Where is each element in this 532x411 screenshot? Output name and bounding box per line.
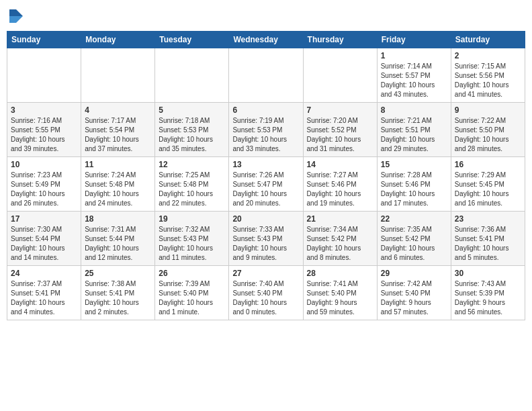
day-info: Sunrise: 7:19 AM Sunset: 5:53 PM Dayligh… xyxy=(232,116,299,154)
day-number: 17 xyxy=(11,214,77,224)
day-number: 20 xyxy=(232,214,299,224)
day-info: Sunrise: 7:42 AM Sunset: 5:40 PM Dayligh… xyxy=(381,279,447,317)
day-info: Sunrise: 7:25 AM Sunset: 5:48 PM Dayligh… xyxy=(159,171,225,208)
calendar-cell: 12Sunrise: 7:25 AM Sunset: 5:48 PM Dayli… xyxy=(155,157,229,212)
calendar-cell: 16Sunrise: 7:29 AM Sunset: 5:45 PM Dayli… xyxy=(451,157,525,212)
day-info: Sunrise: 7:16 AM Sunset: 5:55 PM Dayligh… xyxy=(11,116,77,154)
calendar-cell xyxy=(155,48,229,103)
day-number: 29 xyxy=(381,269,447,278)
week-row-5: 24Sunrise: 7:37 AM Sunset: 5:41 PM Dayli… xyxy=(7,266,525,320)
day-info: Sunrise: 7:24 AM Sunset: 5:48 PM Dayligh… xyxy=(85,171,151,208)
day-info: Sunrise: 7:32 AM Sunset: 5:43 PM Dayligh… xyxy=(159,225,225,263)
weekday-header-friday: Friday xyxy=(377,32,451,48)
day-info: Sunrise: 7:26 AM Sunset: 5:47 PM Dayligh… xyxy=(232,171,299,208)
day-number: 4 xyxy=(85,105,151,115)
day-number: 12 xyxy=(159,160,225,169)
day-info: Sunrise: 7:35 AM Sunset: 5:42 PM Dayligh… xyxy=(381,225,447,263)
calendar-cell xyxy=(7,48,81,103)
day-number: 13 xyxy=(232,160,299,169)
svg-rect-3 xyxy=(9,16,16,23)
day-info: Sunrise: 7:38 AM Sunset: 5:41 PM Dayligh… xyxy=(85,279,151,317)
calendar-cell: 4Sunrise: 7:17 AM Sunset: 5:54 PM Daylig… xyxy=(81,103,155,157)
calendar-cell: 28Sunrise: 7:41 AM Sunset: 5:40 PM Dayli… xyxy=(303,266,377,320)
page-header xyxy=(7,7,525,26)
day-number: 21 xyxy=(307,214,373,224)
day-info: Sunrise: 7:21 AM Sunset: 5:51 PM Dayligh… xyxy=(381,116,447,154)
calendar-cell: 20Sunrise: 7:33 AM Sunset: 5:43 PM Dayli… xyxy=(229,212,303,266)
calendar-cell: 13Sunrise: 7:26 AM Sunset: 5:47 PM Dayli… xyxy=(229,157,303,212)
calendar-cell: 18Sunrise: 7:31 AM Sunset: 5:44 PM Dayli… xyxy=(81,212,155,266)
week-row-3: 10Sunrise: 7:23 AM Sunset: 5:49 PM Dayli… xyxy=(7,157,525,212)
svg-rect-2 xyxy=(9,9,16,16)
day-info: Sunrise: 7:34 AM Sunset: 5:42 PM Dayligh… xyxy=(307,225,373,263)
calendar-cell: 29Sunrise: 7:42 AM Sunset: 5:40 PM Dayli… xyxy=(377,266,451,320)
day-number: 24 xyxy=(11,269,77,278)
calendar-cell: 15Sunrise: 7:28 AM Sunset: 5:46 PM Dayli… xyxy=(377,157,451,212)
svg-marker-0 xyxy=(16,9,23,16)
calendar-cell xyxy=(303,48,377,103)
day-number: 30 xyxy=(455,269,521,278)
calendar-cell: 26Sunrise: 7:39 AM Sunset: 5:40 PM Dayli… xyxy=(155,266,229,320)
calendar-cell: 10Sunrise: 7:23 AM Sunset: 5:49 PM Dayli… xyxy=(7,157,81,212)
day-info: Sunrise: 7:37 AM Sunset: 5:41 PM Dayligh… xyxy=(11,279,77,317)
calendar-cell xyxy=(81,48,155,103)
day-info: Sunrise: 7:23 AM Sunset: 5:49 PM Dayligh… xyxy=(11,171,77,208)
day-info: Sunrise: 7:36 AM Sunset: 5:41 PM Dayligh… xyxy=(455,225,521,263)
weekday-header-saturday: Saturday xyxy=(451,32,525,48)
day-number: 8 xyxy=(381,105,447,115)
day-info: Sunrise: 7:14 AM Sunset: 5:57 PM Dayligh… xyxy=(381,62,447,99)
calendar-cell: 11Sunrise: 7:24 AM Sunset: 5:48 PM Dayli… xyxy=(81,157,155,212)
day-number: 23 xyxy=(455,214,521,224)
calendar-cell: 7Sunrise: 7:20 AM Sunset: 5:52 PM Daylig… xyxy=(303,103,377,157)
calendar-cell: 23Sunrise: 7:36 AM Sunset: 5:41 PM Dayli… xyxy=(451,212,525,266)
day-info: Sunrise: 7:40 AM Sunset: 5:40 PM Dayligh… xyxy=(232,279,299,317)
day-info: Sunrise: 7:43 AM Sunset: 5:39 PM Dayligh… xyxy=(455,279,521,317)
day-info: Sunrise: 7:30 AM Sunset: 5:44 PM Dayligh… xyxy=(11,225,77,263)
day-number: 3 xyxy=(11,105,77,115)
calendar-cell: 30Sunrise: 7:43 AM Sunset: 5:39 PM Dayli… xyxy=(451,266,525,320)
day-number: 11 xyxy=(85,160,151,169)
calendar-cell: 25Sunrise: 7:38 AM Sunset: 5:41 PM Dayli… xyxy=(81,266,155,320)
day-info: Sunrise: 7:15 AM Sunset: 5:56 PM Dayligh… xyxy=(455,62,521,99)
calendar-cell: 8Sunrise: 7:21 AM Sunset: 5:51 PM Daylig… xyxy=(377,103,451,157)
day-number: 7 xyxy=(307,105,373,115)
calendar-cell: 27Sunrise: 7:40 AM Sunset: 5:40 PM Dayli… xyxy=(229,266,303,320)
day-number: 25 xyxy=(85,269,151,278)
day-number: 9 xyxy=(455,105,521,115)
svg-marker-1 xyxy=(16,16,23,23)
weekday-header-sunday: Sunday xyxy=(7,32,81,48)
calendar-cell: 24Sunrise: 7:37 AM Sunset: 5:41 PM Dayli… xyxy=(7,266,81,320)
day-info: Sunrise: 7:41 AM Sunset: 5:40 PM Dayligh… xyxy=(307,279,373,317)
day-info: Sunrise: 7:22 AM Sunset: 5:50 PM Dayligh… xyxy=(455,116,521,154)
calendar-cell: 1Sunrise: 7:14 AM Sunset: 5:57 PM Daylig… xyxy=(377,48,451,103)
calendar-cell: 2Sunrise: 7:15 AM Sunset: 5:56 PM Daylig… xyxy=(451,48,525,103)
day-info: Sunrise: 7:39 AM Sunset: 5:40 PM Dayligh… xyxy=(159,279,225,317)
day-number: 10 xyxy=(11,160,77,169)
day-number: 16 xyxy=(455,160,521,169)
calendar-cell: 9Sunrise: 7:22 AM Sunset: 5:50 PM Daylig… xyxy=(451,103,525,157)
day-number: 5 xyxy=(159,105,225,115)
day-number: 22 xyxy=(381,214,447,224)
calendar-cell: 17Sunrise: 7:30 AM Sunset: 5:44 PM Dayli… xyxy=(7,212,81,266)
day-info: Sunrise: 7:33 AM Sunset: 5:43 PM Dayligh… xyxy=(232,225,299,263)
calendar-cell: 3Sunrise: 7:16 AM Sunset: 5:55 PM Daylig… xyxy=(7,103,81,157)
day-number: 15 xyxy=(381,160,447,169)
weekday-header-thursday: Thursday xyxy=(303,32,377,48)
week-row-4: 17Sunrise: 7:30 AM Sunset: 5:44 PM Dayli… xyxy=(7,212,525,266)
day-info: Sunrise: 7:20 AM Sunset: 5:52 PM Dayligh… xyxy=(307,116,373,154)
day-number: 27 xyxy=(232,269,299,278)
calendar-cell: 21Sunrise: 7:34 AM Sunset: 5:42 PM Dayli… xyxy=(303,212,377,266)
day-number: 28 xyxy=(307,269,373,278)
day-number: 19 xyxy=(159,214,225,224)
calendar-cell: 19Sunrise: 7:32 AM Sunset: 5:43 PM Dayli… xyxy=(155,212,229,266)
weekday-header-wednesday: Wednesday xyxy=(229,32,303,48)
calendar-cell: 22Sunrise: 7:35 AM Sunset: 5:42 PM Dayli… xyxy=(377,212,451,266)
logo-icon xyxy=(7,7,26,26)
day-number: 1 xyxy=(381,51,447,60)
day-info: Sunrise: 7:28 AM Sunset: 5:46 PM Dayligh… xyxy=(381,171,447,208)
weekday-header-tuesday: Tuesday xyxy=(155,32,229,48)
day-info: Sunrise: 7:29 AM Sunset: 5:45 PM Dayligh… xyxy=(455,171,521,208)
week-row-2: 3Sunrise: 7:16 AM Sunset: 5:55 PM Daylig… xyxy=(7,103,525,157)
calendar: SundayMondayTuesdayWednesdayThursdayFrid… xyxy=(7,31,525,320)
day-info: Sunrise: 7:18 AM Sunset: 5:53 PM Dayligh… xyxy=(159,116,225,154)
